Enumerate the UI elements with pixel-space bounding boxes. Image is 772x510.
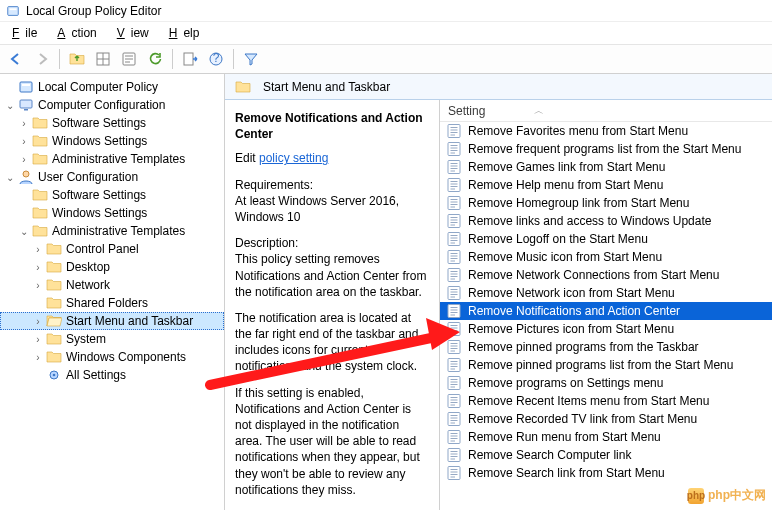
requirements-label: Requirements: <box>235 178 313 192</box>
policy-icon <box>446 177 462 193</box>
folder-icon <box>235 79 251 95</box>
tree-node-user-configuration[interactable]: ⌄User Configuration <box>0 168 224 186</box>
tree-root-node[interactable]: Local Computer Policy <box>0 78 224 96</box>
tree-node[interactable]: ›Windows Components <box>0 348 224 366</box>
sort-indicator-icon: ︿ <box>534 104 764 118</box>
tree-node-administrative-templates[interactable]: ⌄Administrative Templates <box>0 222 224 240</box>
toolbar-up-button[interactable] <box>65 47 89 71</box>
setting-row[interactable]: Remove Search Computer link <box>440 446 772 464</box>
tree-node[interactable]: ›Network <box>0 276 224 294</box>
setting-row[interactable]: Remove Notifications and Action Center <box>440 302 772 320</box>
tree-node-computer-configuration[interactable]: ⌄Computer Configuration <box>0 96 224 114</box>
setting-row[interactable]: Remove pinned programs list from the Sta… <box>440 356 772 374</box>
tree-node[interactable]: Shared Folders <box>0 294 224 312</box>
menu-view[interactable]: View <box>111 24 161 42</box>
tree-node[interactable]: Windows Settings <box>0 204 224 222</box>
policy-icon <box>446 465 462 481</box>
toolbar-help-button[interactable] <box>204 47 228 71</box>
policy-icon <box>446 375 462 391</box>
setting-row[interactable]: Remove Recorded TV link from Start Menu <box>440 410 772 428</box>
selected-setting-heading: Remove Notifications and Action Center <box>235 110 429 142</box>
setting-label: Remove Games link from Start Menu <box>468 160 665 174</box>
setting-label: Remove Network Connections from Start Me… <box>468 268 719 282</box>
tree-node[interactable]: Software Settings <box>0 186 224 204</box>
menu-action[interactable]: Action <box>51 24 108 42</box>
tree-node[interactable]: ›Administrative Templates <box>0 150 224 168</box>
toolbar-export-button[interactable] <box>178 47 202 71</box>
setting-label: Remove Logoff on the Start Menu <box>468 232 648 246</box>
setting-row[interactable]: Remove frequent programs list from the S… <box>440 140 772 158</box>
policy-icon <box>446 213 462 229</box>
toolbar <box>0 44 772 74</box>
description-pane: Remove Notifications and Action Center E… <box>225 100 440 510</box>
setting-label: Remove Search Computer link <box>468 448 631 462</box>
setting-label: Remove Help menu from Start Menu <box>468 178 663 192</box>
policy-icon <box>446 429 462 445</box>
setting-label: Remove links and access to Windows Updat… <box>468 214 711 228</box>
setting-row[interactable]: Remove programs on Settings menu <box>440 374 772 392</box>
setting-label: Remove Recorded TV link from Start Menu <box>468 412 697 426</box>
toolbar-forward-button <box>30 47 54 71</box>
policy-icon <box>446 393 462 409</box>
settings-list-pane[interactable]: Setting ︿ Remove Favorites menu from Sta… <box>440 100 772 510</box>
setting-row[interactable]: Remove Games link from Start Menu <box>440 158 772 176</box>
setting-label: Remove Favorites menu from Start Menu <box>468 124 688 138</box>
setting-row[interactable]: Remove Network icon from Start Menu <box>440 284 772 302</box>
tree-pane[interactable]: Local Computer Policy⌄Computer Configura… <box>0 74 225 510</box>
setting-row[interactable]: Remove Help menu from Start Menu <box>440 176 772 194</box>
toolbar-grid-button[interactable] <box>91 47 115 71</box>
setting-label: Remove Recent Items menu from Start Menu <box>468 394 709 408</box>
policy-icon <box>446 303 462 319</box>
tree-node[interactable]: All Settings <box>0 366 224 384</box>
tree-node[interactable]: ›Windows Settings <box>0 132 224 150</box>
toolbar-back-button[interactable] <box>4 47 28 71</box>
setting-row[interactable]: Remove pinned programs from the Taskbar <box>440 338 772 356</box>
description-label: Description: <box>235 236 298 250</box>
setting-row[interactable]: Remove Network Connections from Start Me… <box>440 266 772 284</box>
setting-row[interactable]: Remove Homegroup link from Start Menu <box>440 194 772 212</box>
setting-row[interactable]: Remove Logoff on the Start Menu <box>440 230 772 248</box>
toolbar-properties-button[interactable] <box>117 47 141 71</box>
policy-icon <box>446 159 462 175</box>
setting-row[interactable]: Remove Search link from Start Menu <box>440 464 772 482</box>
policy-icon <box>446 195 462 211</box>
policy-icon <box>446 231 462 247</box>
tree-node[interactable]: ›Software Settings <box>0 114 224 132</box>
tree-node[interactable]: ›Control Panel <box>0 240 224 258</box>
setting-row[interactable]: Remove Pictures icon from Start Menu <box>440 320 772 338</box>
setting-row[interactable]: Remove Music icon from Start Menu <box>440 248 772 266</box>
policy-icon <box>446 123 462 139</box>
policy-icon <box>446 285 462 301</box>
tree-node[interactable]: ›Start Menu and Taskbar <box>0 312 224 330</box>
setting-label: Remove pinned programs from the Taskbar <box>468 340 699 354</box>
setting-row[interactable]: Remove Run menu from Start Menu <box>440 428 772 446</box>
policy-icon <box>446 267 462 283</box>
list-column-header[interactable]: Setting ︿ <box>440 100 772 122</box>
setting-row[interactable]: Remove links and access to Windows Updat… <box>440 212 772 230</box>
policy-icon <box>446 411 462 427</box>
menu-file[interactable]: File <box>6 24 49 42</box>
description-p2: The notification area is located at the … <box>235 310 429 375</box>
location-label: Start Menu and Taskbar <box>263 80 390 94</box>
menubar: File Action View Help <box>0 22 772 44</box>
setting-row[interactable]: Remove Favorites menu from Start Menu <box>440 122 772 140</box>
requirements-text: At least Windows Server 2016, Windows 10 <box>235 194 399 224</box>
setting-label: Remove Search link from Start Menu <box>468 466 665 480</box>
toolbar-filter-button[interactable] <box>239 47 263 71</box>
description-p1: This policy setting removes Notification… <box>235 252 426 298</box>
policy-icon <box>446 357 462 373</box>
setting-row[interactable]: Remove Recent Items menu from Start Menu <box>440 392 772 410</box>
setting-label: Remove Pictures icon from Start Menu <box>468 322 674 336</box>
toolbar-refresh-button[interactable] <box>143 47 167 71</box>
tree-node[interactable]: ›System <box>0 330 224 348</box>
titlebar: Local Group Policy Editor <box>0 0 772 22</box>
setting-label: Remove frequent programs list from the S… <box>468 142 741 156</box>
location-header: Start Menu and Taskbar <box>225 74 772 100</box>
policy-icon <box>446 141 462 157</box>
description-p3: If this setting is enabled, Notification… <box>235 385 429 498</box>
menu-help[interactable]: Help <box>163 24 212 42</box>
edit-policy-link[interactable]: policy setting <box>259 151 328 165</box>
window-title: Local Group Policy Editor <box>26 4 161 18</box>
tree-node[interactable]: ›Desktop <box>0 258 224 276</box>
policy-icon <box>446 339 462 355</box>
